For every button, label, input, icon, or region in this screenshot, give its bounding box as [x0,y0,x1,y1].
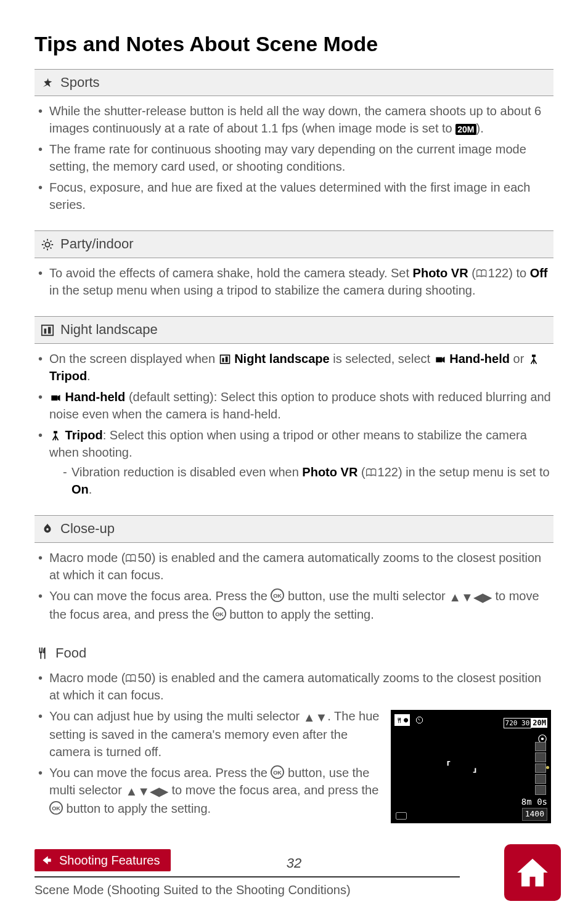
party-list: To avoid the effects of camera shake, ho… [35,258,553,311]
manual-ref-icon [476,268,488,279]
list-item: You can move the focus area. Press the O… [37,764,551,817]
section-closeup-label: Close-up [60,519,115,539]
sub-list-item: Vibration reduction is disabled even whe… [63,463,551,498]
ok-button-icon: OK [271,765,284,779]
page-title: Tips and Notes About Scene Mode [35,30,553,59]
section-closeup-header: Close-up [35,515,553,543]
section-food-label: Food [55,644,86,663]
svg-rect-8 [54,431,57,433]
list-item: Focus, exposure, and hue are fixed at th… [37,179,551,213]
svg-rect-1 [42,325,53,335]
footer-divider [35,876,460,877]
preview-image-mode: 20M [531,718,547,728]
list-item: The frame rate for continuous shooting m… [37,140,551,175]
home-icon [516,856,549,889]
section-party-header: Party/indoor [35,230,553,258]
list-item: While the shutter-release button is held… [37,102,551,137]
image-mode-badge: 20M [455,124,476,135]
multi-selector-4way-icon: ▲▼◀▶ [125,783,168,800]
svg-text:OK: OK [274,769,282,775]
night-landscape-icon [219,354,231,365]
svg-rect-5 [222,358,224,362]
ok-button-icon: OK [271,588,284,602]
svg-rect-2 [44,328,47,333]
tripod-icon [528,354,540,365]
night-landscape-icon [41,324,54,337]
section-night-header: Night landscape [35,316,553,344]
food-list: Macro mode (50) is enabled and the camer… [35,667,553,829]
svg-text:OK: OK [52,805,60,811]
list-item: Hand-held (default setting): Select this… [37,388,551,423]
food-icon [36,646,49,660]
ok-button-icon: OK [49,801,63,815]
sports-list: While the shutter-release button is held… [35,96,553,226]
manual-ref-icon [365,467,378,478]
section-party-label: Party/indoor [60,235,134,254]
svg-point-0 [45,242,49,246]
party-icon [41,238,54,251]
manual-ref-icon [125,673,137,684]
sports-icon [41,76,54,89]
list-item: On the screen displayed when Night lands… [37,350,551,385]
multi-selector-4way-icon: ▲▼◀▶ [449,588,492,606]
preview-resolution: 720 30 [504,718,532,728]
list-item: ● ⏲ 720 3020M ⦿ ⸢⸥ 8m 0s 1400 You can ad… [37,707,551,760]
svg-rect-3 [48,327,51,333]
preview-mode-badge: ● [394,714,410,726]
list-item: Macro mode (50) is enabled and the camer… [37,549,551,584]
svg-point-9 [46,528,49,531]
closeup-list: Macro mode (50) is enabled and the camer… [35,543,553,635]
list-item: Macro mode (50) is enabled and the camer… [37,669,551,704]
home-button[interactable] [504,844,561,901]
closeup-icon [41,522,54,535]
svg-text:OK: OK [215,611,224,617]
multi-selector-2way-icon: ▲▼ [303,709,328,726]
list-item: You can move the focus area. Press the O… [37,587,551,623]
section-food-header: Food [35,640,553,667]
handheld-icon [49,392,62,403]
footer-subtitle: Scene Mode (Shooting Suited to the Shoot… [35,881,553,898]
manual-ref-icon [125,553,137,564]
ok-button-icon: OK [213,607,226,621]
night-list: On the screen displayed when Night lands… [35,344,553,510]
section-sports-label: Sports [60,73,100,92]
breadcrumb[interactable]: Shooting Features [35,849,171,871]
svg-rect-6 [225,356,227,362]
list-item: Tripod: Select this option when using a … [37,426,551,498]
preview-timer-icon: ⏲ [415,714,425,727]
list-item: To avoid the effects of camera shake, ho… [37,264,551,299]
svg-text:OK: OK [274,592,282,598]
section-night-label: Night landscape [60,320,158,340]
svg-rect-7 [532,354,536,357]
back-icon [41,854,53,866]
tripod-icon [49,430,62,441]
section-sports-header: Sports [35,69,553,97]
svg-rect-4 [220,355,229,364]
breadcrumb-label: Shooting Features [59,852,160,869]
handheld-icon [434,354,446,365]
